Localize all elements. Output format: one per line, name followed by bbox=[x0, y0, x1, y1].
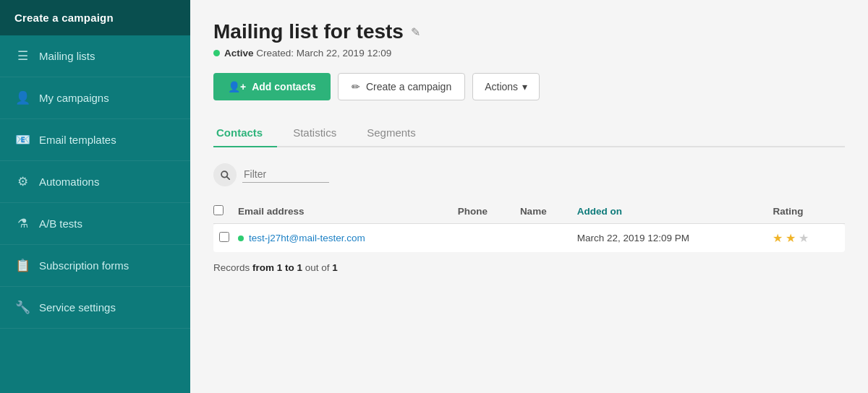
sidebar-nav: ☰ Mailing lists 👤 My campaigns 📧 Email t… bbox=[0, 35, 190, 393]
add-contacts-button[interactable]: 👤+ Add contacts bbox=[213, 73, 331, 100]
rating-star-2[interactable]: ★ bbox=[786, 232, 796, 244]
filter-search-icon[interactable] bbox=[213, 163, 237, 186]
filter-input[interactable] bbox=[242, 167, 329, 183]
sidebar-item-email-templates[interactable]: 📧 Email templates bbox=[0, 119, 190, 161]
sidebar-item-label: A/B tests bbox=[39, 217, 82, 230]
records-pre: Records bbox=[213, 262, 252, 273]
sidebar-item-label: Automations bbox=[39, 176, 99, 188]
add-contacts-icon: 👤+ bbox=[228, 81, 246, 92]
page-title: Mailing list for tests bbox=[213, 20, 404, 43]
col-added-on: Added on bbox=[577, 199, 773, 224]
actions-dropdown-button[interactable]: Actions ▾ bbox=[472, 73, 540, 100]
tab-segments[interactable]: Segments bbox=[364, 119, 430, 147]
ab-tests-icon: ⚗ bbox=[14, 216, 30, 231]
sidebar-item-ab-tests[interactable]: ⚗ A/B tests bbox=[0, 203, 190, 245]
rating-star-1[interactable]: ★ bbox=[773, 232, 783, 244]
email-address: test-j27ht@mail-tester.com bbox=[249, 233, 365, 243]
create-campaign-button[interactable]: ✏ Create a campaign bbox=[338, 73, 465, 100]
sidebar-item-mailing-lists[interactable]: ☰ Mailing lists bbox=[0, 35, 190, 77]
tabs: Contacts Statistics Segments bbox=[213, 119, 845, 147]
dropdown-arrow-icon: ▾ bbox=[522, 81, 527, 92]
col-phone: Phone bbox=[458, 199, 520, 224]
status-row: Active Created: March 22, 2019 12:09 bbox=[213, 48, 845, 59]
automations-icon: ⚙ bbox=[14, 174, 30, 189]
actions-row: 👤+ Add contacts ✏ Create a campaign Acti… bbox=[213, 73, 845, 100]
sidebar-item-my-campaigns[interactable]: 👤 My campaigns bbox=[0, 77, 190, 119]
forms-icon: 📋 bbox=[14, 258, 30, 273]
row-phone bbox=[458, 224, 520, 253]
list-icon: ☰ bbox=[14, 48, 30, 64]
records-total: 1 bbox=[332, 262, 338, 273]
svg-line-1 bbox=[227, 177, 230, 180]
create-campaign-sidebar-button[interactable]: Create a campaign bbox=[0, 0, 190, 35]
sidebar-item-label: Email templates bbox=[39, 134, 116, 146]
sidebar-item-automations[interactable]: ⚙ Automations bbox=[0, 161, 190, 203]
create-campaign-label: Create a campaign bbox=[366, 81, 451, 92]
email-link[interactable]: test-j27ht@mail-tester.com bbox=[238, 233, 449, 243]
email-status-dot bbox=[238, 236, 244, 241]
select-all-checkbox[interactable] bbox=[213, 205, 224, 215]
sidebar-item-label: Mailing lists bbox=[39, 50, 95, 62]
row-email: test-j27ht@mail-tester.com bbox=[238, 224, 458, 253]
filter-row bbox=[213, 163, 845, 186]
title-row: Mailing list for tests ✎ bbox=[213, 20, 845, 43]
edit-title-icon[interactable]: ✎ bbox=[411, 25, 420, 39]
row-rating: ★ ★ ★ bbox=[773, 224, 845, 253]
row-checkbox[interactable] bbox=[219, 232, 229, 242]
sidebar-item-label: My campaigns bbox=[39, 92, 109, 104]
col-name: Name bbox=[520, 199, 577, 224]
create-campaign-icon: ✏ bbox=[352, 81, 360, 92]
table-row: test-j27ht@mail-tester.com March 22, 201… bbox=[213, 224, 845, 253]
tab-statistics[interactable]: Statistics bbox=[290, 119, 351, 147]
settings-icon: 🔧 bbox=[14, 300, 30, 315]
sidebar-item-label: Service settings bbox=[39, 301, 116, 314]
add-contacts-label: Add contacts bbox=[252, 81, 316, 92]
main-content: Mailing list for tests ✎ Active Created:… bbox=[190, 0, 868, 393]
status-dot bbox=[213, 50, 220, 56]
contacts-table: Email address Phone Name Added on Rating… bbox=[213, 199, 845, 252]
records-mid: out of bbox=[302, 262, 332, 273]
status-active-label: Active bbox=[224, 48, 254, 59]
created-label: Created: March 22, 2019 12:09 bbox=[256, 48, 391, 59]
header-checkbox-cell bbox=[213, 199, 238, 224]
email-icon: 📧 bbox=[14, 132, 30, 147]
records-range: from 1 to 1 bbox=[252, 262, 302, 273]
sidebar-item-label: Subscription forms bbox=[39, 259, 129, 272]
row-added-on: March 22, 2019 12:09 PM bbox=[577, 224, 773, 253]
records-info: Records from 1 to 1 out of 1 bbox=[213, 262, 845, 273]
sidebar-item-subscription-forms[interactable]: 📋 Subscription forms bbox=[0, 245, 190, 287]
col-email: Email address bbox=[238, 199, 458, 224]
tab-contacts[interactable]: Contacts bbox=[213, 119, 277, 147]
row-name bbox=[520, 224, 577, 253]
rating-star-3[interactable]: ★ bbox=[799, 232, 809, 244]
status-text: Active Created: March 22, 2019 12:09 bbox=[224, 48, 391, 59]
actions-label: Actions bbox=[485, 81, 518, 92]
col-rating: Rating bbox=[773, 199, 845, 224]
sidebar-item-service-settings[interactable]: 🔧 Service settings bbox=[0, 287, 190, 329]
row-checkbox-cell bbox=[213, 224, 238, 253]
campaigns-icon: 👤 bbox=[14, 90, 30, 105]
sidebar: Create a campaign ☰ Mailing lists 👤 My c… bbox=[0, 0, 190, 393]
table-body: test-j27ht@mail-tester.com March 22, 201… bbox=[213, 224, 845, 253]
table-header-row: Email address Phone Name Added on Rating bbox=[213, 199, 845, 224]
page-header: Mailing list for tests ✎ Active Created:… bbox=[213, 20, 845, 59]
